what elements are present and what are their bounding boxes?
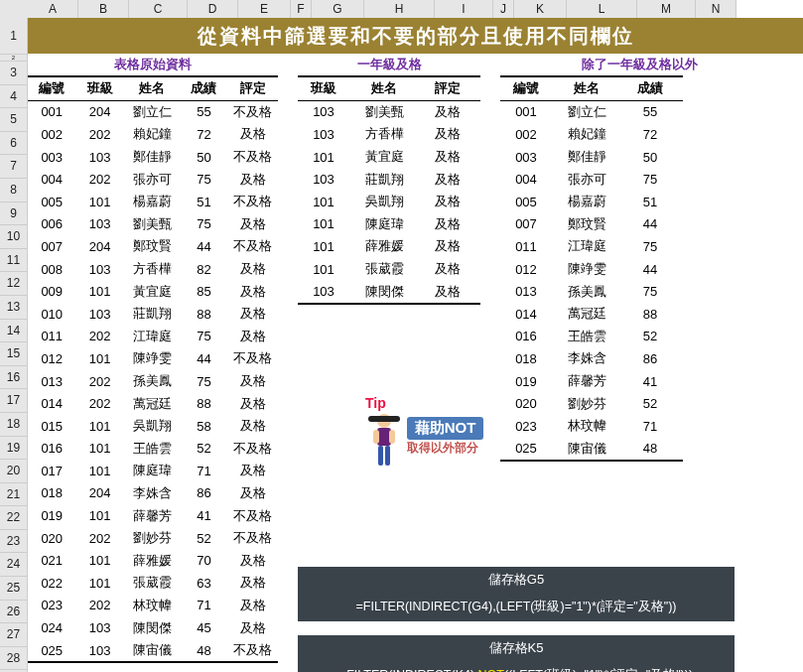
cell[interactable]: 101: [75, 553, 123, 568]
header-cell[interactable]: 姓名: [124, 79, 180, 97]
cell[interactable]: 019: [500, 374, 552, 389]
cell[interactable]: 及格: [228, 395, 278, 413]
cell[interactable]: 010: [28, 307, 75, 322]
cell[interactable]: 202: [75, 396, 123, 411]
cell[interactable]: 202: [75, 531, 123, 546]
cell[interactable]: 陳宙儀: [124, 641, 180, 659]
cell[interactable]: 020: [28, 531, 75, 546]
cell[interactable]: 012: [500, 262, 552, 277]
cell[interactable]: 007: [28, 239, 75, 254]
row-header-16[interactable]: 16: [0, 366, 28, 390]
cell[interactable]: 001: [28, 104, 75, 119]
table-row[interactable]: 103方香樺及格: [298, 123, 480, 146]
row-header-5[interactable]: 5: [0, 108, 28, 132]
cell[interactable]: 不及格: [228, 529, 278, 547]
col-header-E[interactable]: E: [238, 0, 291, 19]
cell[interactable]: 013: [28, 374, 75, 389]
col-header-D[interactable]: D: [188, 0, 238, 19]
table-row[interactable]: 007鄭玟賢44: [500, 213, 683, 236]
cell[interactable]: 103: [298, 284, 349, 299]
cell[interactable]: 101: [298, 150, 349, 165]
table-row[interactable]: 101黃宜庭及格: [298, 146, 480, 169]
cell[interactable]: 88: [621, 307, 679, 322]
row-header-11[interactable]: 11: [0, 249, 28, 273]
cell[interactable]: 025: [28, 643, 75, 658]
table-row[interactable]: 003鄭佳靜50: [500, 146, 683, 169]
cell[interactable]: 及格: [419, 103, 476, 121]
cell[interactable]: 71: [621, 419, 679, 434]
cell[interactable]: 不及格: [228, 440, 278, 458]
header-cell[interactable]: 班級: [75, 79, 123, 97]
cell[interactable]: 70: [180, 553, 227, 568]
cell[interactable]: 王皓雲: [124, 440, 180, 458]
cell[interactable]: 及格: [228, 462, 278, 479]
cell[interactable]: 202: [75, 598, 123, 612]
row-header-17[interactable]: 17: [0, 389, 28, 413]
cell[interactable]: 江瑋庭: [552, 237, 621, 255]
col-header-A[interactable]: A: [28, 0, 78, 19]
cell[interactable]: 及格: [419, 125, 476, 143]
cell[interactable]: 72: [180, 127, 227, 142]
cell[interactable]: 52: [621, 396, 679, 411]
cell[interactable]: 103: [75, 216, 123, 231]
table-row[interactable]: 101吳凱翔及格: [298, 191, 480, 213]
row-header-1[interactable]: 1: [0, 18, 28, 55]
header-cell[interactable]: 評定: [228, 79, 278, 97]
cell[interactable]: 陳庭瑋: [349, 215, 419, 233]
cell[interactable]: 86: [180, 485, 227, 500]
cell[interactable]: 103: [298, 172, 349, 187]
cell[interactable]: 劉妙芬: [124, 529, 180, 547]
cell[interactable]: 陳竫雯: [124, 349, 180, 367]
table-row[interactable]: 013孫美鳳75: [500, 280, 683, 303]
row-header-3[interactable]: 3: [0, 62, 28, 85]
cell[interactable]: 103: [298, 104, 349, 119]
cell[interactable]: 黃宜庭: [124, 283, 180, 301]
cell[interactable]: 202: [75, 172, 123, 187]
cell[interactable]: 022: [28, 576, 75, 591]
col-header-M[interactable]: M: [637, 0, 696, 19]
cell[interactable]: 55: [180, 104, 227, 119]
cell[interactable]: 林玟幃: [552, 417, 621, 435]
cell[interactable]: 101: [75, 351, 123, 366]
cell[interactable]: 018: [500, 351, 552, 366]
cell[interactable]: 75: [621, 284, 679, 299]
cell[interactable]: 孫美鳳: [124, 372, 180, 390]
cell[interactable]: 及格: [419, 237, 476, 255]
cell[interactable]: 張葳霞: [349, 260, 419, 278]
cell[interactable]: 吳凱翔: [124, 417, 180, 435]
row-header-2[interactable]: 2: [0, 55, 28, 62]
cell[interactable]: 不及格: [228, 641, 278, 659]
cell[interactable]: 75: [180, 216, 227, 231]
header-cell[interactable]: 姓名: [552, 79, 621, 97]
cell[interactable]: 75: [180, 374, 227, 389]
table-row[interactable]: 004202張亦可75及格: [28, 168, 278, 191]
cell[interactable]: 016: [500, 329, 552, 343]
cell[interactable]: 賴妃鐘: [124, 125, 180, 143]
cell[interactable]: 鄭玟賢: [124, 237, 180, 255]
cell[interactable]: 及格: [228, 574, 278, 592]
row-header-10[interactable]: 10: [0, 225, 28, 249]
table-row[interactable]: 101陳庭瑋及格: [298, 213, 480, 236]
header-cell[interactable]: 評定: [419, 79, 476, 97]
cell[interactable]: 及格: [228, 260, 278, 278]
cell[interactable]: 及格: [228, 552, 278, 570]
cell[interactable]: 003: [500, 150, 552, 165]
cell[interactable]: 011: [28, 329, 75, 343]
table-row[interactable]: 001劉立仁55: [500, 101, 683, 124]
table-row[interactable]: 019薛馨芳41: [500, 370, 683, 393]
cell[interactable]: 103: [75, 307, 123, 322]
cell[interactable]: 張亦可: [552, 171, 621, 189]
table-row[interactable]: 013202孫美鳳75及格: [28, 370, 278, 393]
cell[interactable]: 51: [621, 195, 679, 209]
row-header-22[interactable]: 22: [0, 506, 28, 530]
cell[interactable]: 88: [180, 396, 227, 411]
cell[interactable]: 及格: [228, 597, 278, 614]
col-header-H[interactable]: H: [364, 0, 435, 19]
cell[interactable]: 71: [180, 464, 227, 478]
cell[interactable]: 及格: [419, 171, 476, 189]
cell[interactable]: 及格: [419, 283, 476, 301]
cell[interactable]: 86: [621, 351, 679, 366]
row-header-9[interactable]: 9: [0, 202, 28, 226]
row-header-25[interactable]: 25: [0, 577, 28, 601]
cell[interactable]: 202: [75, 374, 123, 389]
